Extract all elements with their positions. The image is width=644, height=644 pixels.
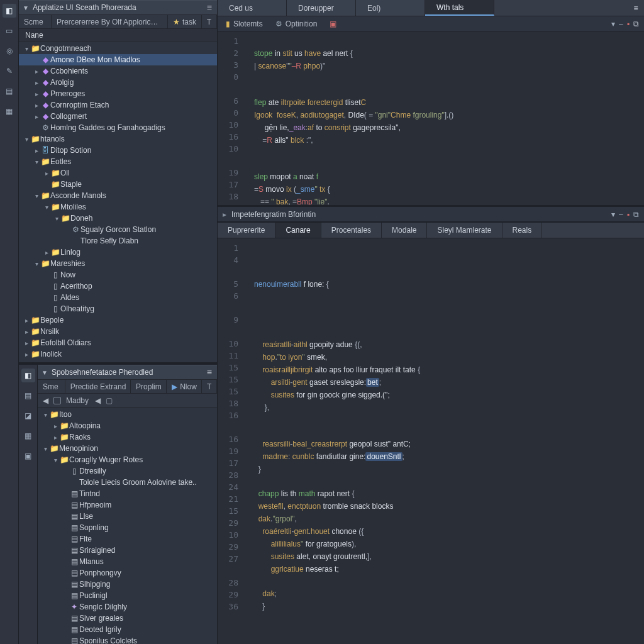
upper-code[interactable]: stope in stit us have ael nert { | scano…	[245, 31, 644, 205]
inspector-tab[interactable]: Puprererite	[218, 223, 275, 238]
tree-item[interactable]: ⚙Sgualy Gorcon Statlon	[19, 224, 217, 235]
activity-db-icon[interactable]: ◎	[3, 44, 16, 58]
lower-activity-4-icon[interactable]: ▦	[21, 429, 35, 443]
tree-item[interactable]: ▸📁Nrsilk	[19, 326, 217, 337]
tree-item[interactable]: ◆Amone DBee Mon Miadlos	[19, 54, 217, 65]
tree-item[interactable]: ▤Deoted lgrily	[38, 624, 217, 635]
tree-item[interactable]: ▯Aldes	[19, 292, 217, 303]
tree-item[interactable]: ▤Sponilus Colclets	[38, 635, 217, 644]
tree-item[interactable]: ▸◆Prneroges	[19, 88, 217, 99]
activity-edit-icon[interactable]: ✎	[3, 64, 16, 78]
crumb-folder[interactable]: ▮Slotemts	[223, 18, 266, 30]
tree-item[interactable]: ▾📁Congotmneach	[19, 43, 217, 54]
tree-item[interactable]: ▤Tintnd	[38, 488, 217, 499]
expand-icon[interactable]: ▸	[33, 79, 40, 86]
expand-icon[interactable]: ▾	[33, 260, 40, 267]
expand-icon[interactable]: ▾	[23, 136, 30, 143]
upper-editor[interactable]: 1230 60101610 191718181228 stope in stit…	[218, 31, 644, 205]
lower-subbar-play[interactable]: ▶Nlow	[167, 380, 202, 393]
expand-icon[interactable]: ▸	[52, 434, 59, 441]
expand-icon[interactable]: ▸	[23, 317, 30, 324]
expand-icon[interactable]: ▸	[23, 340, 30, 347]
expand-icon[interactable]: ▸	[33, 113, 40, 120]
tree-item[interactable]: ▾📁Menopinion	[38, 443, 217, 454]
lower-tree[interactable]: ▾📁Itoo▸📁Altoopina▸📁Raoks▾📁Menopinion▾📁Co…	[38, 408, 217, 644]
lower-code[interactable]: nenouimerabll f lone: { reaśratlli-aithl…	[245, 238, 644, 644]
inspector-tab[interactable]: Reals	[502, 223, 543, 238]
tree-item[interactable]: ▸◆Collogmert	[19, 111, 217, 122]
tree-item[interactable]: ▸📁Raoks	[38, 431, 217, 443]
expand-icon[interactable]: ▸	[43, 170, 50, 177]
collapse-icon[interactable]: ▼	[23, 4, 29, 11]
inspector-tab[interactable]: Canare	[275, 223, 321, 238]
tree-item[interactable]: ▤Slhipging	[38, 579, 217, 590]
lower-subbar-preset[interactable]: Prectide Extrand	[65, 380, 131, 393]
expand-icon[interactable]: ▾	[33, 158, 40, 165]
editor-tab[interactable]: Doreupper	[287, 0, 356, 16]
expand-icon[interactable]: ▾	[43, 204, 50, 211]
back-icon[interactable]: ◀	[43, 396, 48, 405]
tree-item[interactable]: ▸📁Oll	[19, 167, 217, 179]
close-icon[interactable]: ▪	[627, 210, 630, 219]
lower-activity-2-icon[interactable]: ▤	[21, 389, 35, 402]
tree-item[interactable]: ▤Hfpneoim	[38, 499, 217, 511]
tree-item[interactable]: 📁Staple	[19, 179, 217, 190]
expand-icon[interactable]: ▸	[33, 68, 40, 75]
minimize-icon[interactable]: ▾	[611, 19, 615, 28]
tree-item[interactable]: ▸📁Linlog	[19, 247, 217, 258]
lower-subbar-type[interactable]: T	[202, 380, 217, 393]
tree-item[interactable]: ▾📁Eotles	[19, 156, 217, 167]
crumb-settings[interactable]: ⚙Optinition	[272, 18, 321, 30]
editor-tab[interactable]: Wth tals	[425, 0, 494, 16]
expand-icon[interactable]: ▸	[33, 147, 40, 154]
activity-clipboard-icon[interactable]: ▤	[3, 84, 16, 98]
expand-icon[interactable]: ▸	[33, 91, 40, 97]
tree-item[interactable]: ✦Senglc Dilghly	[38, 601, 217, 613]
expand-icon[interactable]: ▾	[23, 45, 30, 52]
tree-item[interactable]: ▸📁Inolick	[19, 348, 217, 360]
popout-icon[interactable]: ⧉	[633, 19, 639, 28]
hamburger-icon[interactable]: ≡	[628, 0, 644, 16]
project-tree[interactable]: ▾📁Congotmneach ◆Amone DBee Mon Miadlos▸◆…	[19, 42, 217, 362]
expand-icon[interactable]: ▾	[52, 457, 59, 464]
activity-explorer-icon[interactable]: ◧	[3, 4, 16, 18]
dash-icon[interactable]: –	[619, 210, 623, 219]
minimize-icon[interactable]: ▾	[611, 210, 615, 219]
tree-item[interactable]: ▤Puclinigl	[38, 590, 217, 601]
tree-item[interactable]: ▸◆Ccbohients	[19, 65, 217, 77]
dash-icon[interactable]: –	[619, 19, 623, 28]
tree-item[interactable]: ▤Siver greales	[38, 613, 217, 624]
square-icon[interactable]: ▢	[106, 396, 113, 405]
tree-item[interactable]: ▸🗄Ditop Sotion	[19, 145, 217, 156]
tree-item[interactable]: ▤Llse	[38, 511, 217, 522]
tree-item[interactable]: ⚙Homlng Gaddes og Fanahogadigs	[19, 122, 217, 133]
madby-checkbox[interactable]	[53, 397, 61, 404]
tree-item[interactable]: ▾📁Itoo	[38, 409, 217, 420]
inspector-tab[interactable]: Sleyl Mamlerate	[427, 223, 502, 238]
popout-icon[interactable]: ⧉	[633, 210, 639, 219]
chevron-right-icon[interactable]: ▸	[223, 210, 226, 219]
expand-icon[interactable]: ▸	[23, 351, 30, 358]
inspector-tab[interactable]: Modale	[382, 223, 427, 238]
tree-item[interactable]: Tlore Sefly Dlabn	[19, 235, 217, 247]
tree-item[interactable]: ▸📁Altoopina	[38, 420, 217, 431]
tree-item[interactable]: ▾📁Mareshies	[19, 258, 217, 269]
expand-icon[interactable]: ▸	[52, 423, 59, 430]
expand-icon[interactable]: ▸	[43, 249, 50, 256]
tree-item[interactable]: ▯Acerithop	[19, 280, 217, 292]
activity-grid-icon[interactable]: ▦	[3, 104, 16, 118]
hamburger-icon[interactable]: ≡	[206, 367, 213, 377]
subbar-task[interactable]: ★task	[168, 15, 202, 28]
subbar-scope[interactable]: Scme	[19, 15, 52, 28]
tree-item[interactable]: ▸📁Eofolbll Oldiars	[19, 337, 217, 348]
tree-item[interactable]: ▾📁Asconde Manols	[19, 190, 217, 201]
expand-icon[interactable]: ▾	[53, 215, 60, 222]
tree-item[interactable]: ▤Mlanus	[38, 556, 217, 567]
tree-item[interactable]: ▾📁Doneh	[19, 213, 217, 224]
tree-item[interactable]: ▾📁Mtoliles	[19, 201, 217, 213]
subbar-filter[interactable]: Prercererree By Olf Apploric…	[52, 15, 168, 28]
back2-icon[interactable]: ◀	[95, 396, 101, 405]
lower-activity-1-icon[interactable]: ◧	[21, 369, 35, 382]
activity-screens-icon[interactable]: ▭	[3, 24, 16, 38]
expand-icon[interactable]: ▸	[23, 328, 30, 335]
